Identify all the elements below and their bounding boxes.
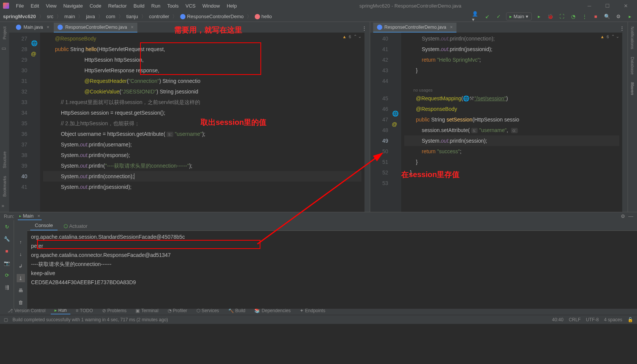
code-editor-left[interactable]: ▲6 ⌃ ⌄ 272829303132333435363738394041 🌐@… — [9, 33, 370, 212]
soft-wrap-button[interactable]: ↲ — [17, 262, 25, 270]
trace-icon[interactable]: ⇶ — [3, 283, 11, 291]
breadcrumb-item[interactable]: java — [86, 14, 95, 19]
scrollbar[interactable] — [622, 33, 628, 212]
sidebar-structure[interactable]: Structure — [2, 150, 8, 170]
run-icon: ▸ — [19, 214, 21, 218]
stop-button[interactable]: ■ — [592, 12, 600, 21]
async-icon[interactable]: ⟳ — [3, 271, 11, 279]
close-icon[interactable]: × — [450, 25, 453, 30]
menu-build[interactable]: Build — [131, 2, 148, 10]
run-anything-icon[interactable]: ▸ — [626, 12, 634, 21]
breadcrumb-item[interactable]: controller — [149, 14, 169, 19]
editor-tabs-right: ResponseControllerDemo.java × ⋮ — [370, 22, 628, 33]
code-editor-right[interactable]: ▲6 ⌃ ⌄ 4041424344454647484950515253 🌐@ S… — [370, 33, 628, 212]
tab-label: ResponseControllerDemo.java — [65, 25, 127, 30]
sidebar-project[interactable]: Project — [2, 25, 8, 41]
titlebar: File Edit View Navigate Code Refactor Bu… — [0, 0, 637, 11]
actuator-tab[interactable]: ⬡Actuator — [59, 222, 92, 230]
editor-tabs-left: Main.java × ResponseControllerDemo.java … — [9, 22, 370, 33]
settings-icon[interactable]: ⚙ — [621, 213, 625, 219]
breadcrumb-file[interactable]: ResponseControllerDemo — [180, 14, 244, 19]
menu-help[interactable]: Help — [224, 2, 240, 10]
run-icon: ▸ — [509, 14, 512, 19]
breadcrumb-item[interactable]: springMvc620 — [3, 14, 36, 19]
close-icon[interactable]: × — [131, 25, 134, 30]
print-button[interactable]: 🖶 — [17, 286, 25, 294]
caret-position[interactable]: 40:40 — [552, 317, 564, 322]
sidebar-notifications[interactable]: Notifications — [629, 25, 635, 51]
edit-config-button[interactable]: 🔧 — [3, 235, 11, 243]
coverage-button[interactable]: ⛶ — [558, 12, 566, 21]
expand-icon[interactable]: » — [2, 203, 8, 209]
maximize-button[interactable]: ☐ — [599, 0, 616, 11]
menu-code[interactable]: Code — [87, 2, 104, 10]
sidebar-maven[interactable]: Maven — [629, 81, 635, 96]
folder-icon[interactable]: ▭ — [2, 45, 8, 51]
run-tool-window: Run: ▸Main× ⚙ — ↻ 🔧 ■ 📷 ⟳ ⇶ ↑ ↓ ↲ ⤓ 🖶 🗑 … — [0, 212, 637, 306]
rerun-button[interactable]: ↻ — [3, 222, 11, 231]
class-icon — [58, 25, 63, 30]
close-icon[interactable]: × — [47, 25, 49, 30]
tab-responsecontrollerdemo-r[interactable]: ResponseControllerDemo.java × — [373, 23, 456, 33]
readonly-icon[interactable]: 🔓 — [628, 317, 633, 322]
breadcrumb-item[interactable]: com — [106, 14, 115, 19]
encoding[interactable]: UTF-8 — [586, 317, 599, 322]
tool-windows-icon[interactable]: ▢ — [4, 317, 8, 322]
minimize-button[interactable]: ─ — [581, 0, 598, 11]
vcs-update-icon[interactable]: ↙ — [483, 12, 492, 21]
user-icon[interactable]: 👤▾ — [472, 12, 480, 21]
menu-refactor[interactable]: Refactor — [105, 2, 130, 10]
line-separator[interactable]: CRLF — [569, 317, 581, 322]
sidebar-bookmarks[interactable]: Bookmarks — [2, 174, 8, 198]
camera-icon[interactable]: 📷 — [3, 259, 11, 267]
code-content[interactable]: System.out.println(connection); System.o… — [401, 33, 622, 212]
menu-tools[interactable]: Tools — [164, 2, 182, 10]
breadcrumb-item[interactable]: main — [64, 14, 75, 19]
debug-button[interactable]: 🐞 — [546, 12, 554, 21]
menu-view[interactable]: View — [43, 2, 59, 10]
console-output[interactable]: org.apache.catalina.session.StandardSess… — [27, 231, 637, 309]
menu-file[interactable]: File — [13, 2, 27, 10]
tab-responsecontrollerdemo[interactable]: ResponseControllerDemo.java × — [54, 23, 137, 33]
menu-vcs[interactable]: VCS — [182, 2, 199, 10]
console-tab[interactable]: Console — [30, 221, 58, 230]
close-button[interactable]: ✕ — [617, 0, 634, 11]
profile-button[interactable]: ◔ — [569, 12, 577, 21]
breadcrumb-item[interactable]: src — [47, 14, 53, 19]
run-tab-main[interactable]: ▸Main× — [18, 212, 42, 220]
tabs-menu-icon[interactable]: ⋮ — [617, 24, 628, 33]
sidebar-database[interactable]: Database — [629, 55, 635, 76]
tab-main-java[interactable]: Main.java × — [12, 23, 53, 33]
scrollbar[interactable] — [364, 33, 370, 212]
settings-icon[interactable]: ⚙ — [614, 12, 623, 21]
tab-label: ResponseControllerDemo.java — [385, 25, 446, 30]
run-console-toolbar: ↑ ↓ ↲ ⤓ 🖶 🗑 — [14, 220, 27, 309]
indent[interactable]: 4 spaces — [604, 317, 622, 322]
breadcrumb-item[interactable]: tianju — [126, 14, 138, 19]
vcs-commit-icon[interactable]: ✓ — [495, 12, 503, 21]
scroll-up-button[interactable]: ↑ — [17, 238, 25, 246]
scroll-down-button[interactable]: ↓ — [17, 250, 25, 258]
chevron-down-icon: ▾ — [526, 14, 528, 19]
menu-run[interactable]: Run — [148, 2, 164, 10]
run-configuration[interactable]: ▸ Main ▾ — [506, 12, 532, 20]
code-content[interactable]: @ResponseBody public String hello(HttpSe… — [40, 33, 364, 212]
menu-edit[interactable]: Edit — [28, 2, 42, 10]
tabs-menu-icon[interactable]: ⋮ — [359, 24, 370, 33]
run-label: Run: — [4, 213, 14, 219]
scroll-to-end-button[interactable]: ⤓ — [17, 274, 25, 282]
menu-navigate[interactable]: Navigate — [60, 2, 86, 10]
status-message: Build completed successfully with 1 warn… — [12, 317, 168, 322]
editor-pane-left: Main.java × ResponseControllerDemo.java … — [9, 22, 370, 212]
clear-button[interactable]: 🗑 — [17, 298, 25, 306]
tab-label: Main.java — [23, 25, 43, 30]
more-button[interactable]: ⋮ — [580, 12, 589, 21]
run-button[interactable]: ▸ — [535, 12, 543, 21]
close-icon[interactable]: × — [37, 213, 40, 219]
minimize-icon[interactable]: — — [628, 213, 633, 219]
stop-button[interactable]: ■ — [3, 247, 11, 255]
menu-window[interactable]: Window — [199, 2, 223, 10]
class-icon — [16, 25, 21, 30]
search-everywhere-icon[interactable]: 🔍 — [603, 12, 611, 21]
breadcrumb-method[interactable]: hello — [255, 14, 272, 19]
